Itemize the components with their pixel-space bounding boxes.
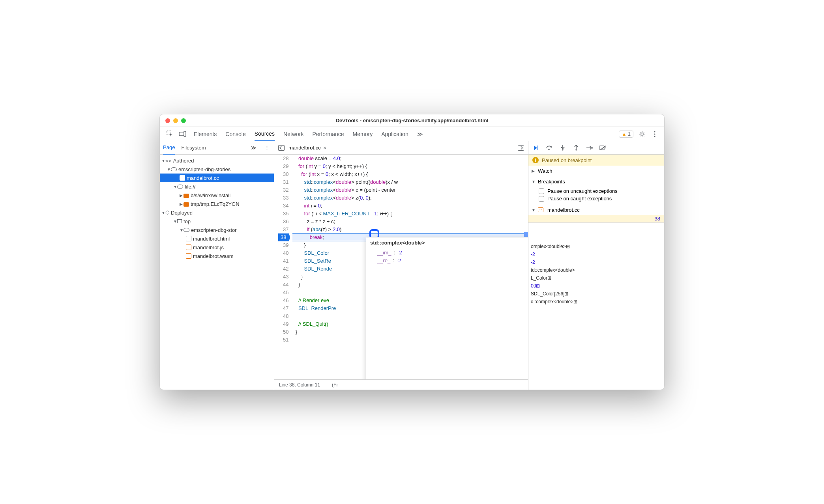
tree-file-wasm[interactable]: mandelbrot.wasm [160,252,274,260]
svg-line-17 [600,146,606,150]
window-title: DevTools - emscripten-dbg-stories.netlif… [160,118,664,123]
svg-point-4 [654,131,655,132]
warning-icon: ▲ [622,131,626,137]
tab-sources[interactable]: Sources [255,127,275,141]
cube-icon: ⬡ [165,210,169,215]
close-window-button[interactable] [165,118,170,123]
step-out-icon[interactable] [573,144,580,151]
nav-kebab-icon[interactable]: ⋮ [263,144,271,152]
breakpoint-line-row[interactable]: 38 [528,215,664,222]
tree-folder-tmp[interactable]: ▶tmp/tmp.ELcTq2YGN [160,200,274,208]
debugger-toolbar [528,141,664,155]
close-tab-icon[interactable]: × [323,145,326,151]
file-icon [180,175,185,181]
editor-tab-file[interactable]: mandelbrot.cc × [288,145,326,151]
svg-point-3 [641,133,643,135]
tree-top-frame[interactable]: ▼top [160,217,274,226]
svg-point-16 [592,147,593,148]
kebab-menu-icon[interactable] [651,130,659,138]
scope-row: -2 [531,258,662,266]
scope-row: L_Color⊞ [531,274,662,282]
titlebar: DevTools - emscripten-dbg-stories.netlif… [160,114,664,127]
tab-elements[interactable]: Elements [194,127,217,141]
nav-tab-filesystem[interactable]: Filesystem [181,142,206,154]
navigator-tree: ▼<>Authored ▼emscripten-dbg-stories mand… [160,155,274,390]
svg-rect-8 [518,145,524,150]
file-icon [186,236,191,241]
nav-tab-page[interactable]: Page [163,141,175,155]
scope-row: omplex<double>⊞ [531,243,662,250]
svg-point-10 [548,149,550,150]
debugger-panel: i Paused on breakpoint ▶Watch ▼Breakpoin… [528,141,664,390]
editor-statusbar: Line 38, Column 11 (Fr [274,379,528,390]
pause-uncaught-checkbox[interactable]: Pause on uncaught exceptions [539,188,660,194]
svg-point-5 [654,133,655,134]
cloud-icon [177,185,183,189]
svg-point-12 [562,149,564,151]
tab-performance[interactable]: Performance [312,127,344,141]
step-icon[interactable] [586,144,593,151]
watch-section-header[interactable]: ▶Watch [528,166,664,176]
inspect-element-icon[interactable] [166,130,174,138]
code-editor[interactable]: 2829303132333435363738394041424344454647… [274,155,528,379]
deactivate-breakpoints-icon[interactable] [599,144,607,151]
step-over-icon[interactable] [546,144,553,151]
main-toolbar: Elements Console Sources Network Perform… [160,127,664,141]
scope-row: SDL_Color[256]⊞ [531,290,662,298]
file-icon [186,245,191,250]
tree-deployed[interactable]: ▼⬡Deployed [160,208,274,217]
device-toolbar-icon[interactable] [179,130,187,138]
file-icon [186,253,191,259]
svg-rect-1 [179,132,184,136]
resume-icon[interactable] [532,144,539,151]
scope-row: d::complex<double>⊞ [531,298,662,306]
cloud-icon [171,167,177,171]
tab-console[interactable]: Console [225,127,245,141]
tab-network[interactable]: Network [283,127,303,141]
value-tooltip: std::complex<double> __im_:-2 __re_:-2 [366,237,528,379]
warnings-badge[interactable]: ▲ 1 [619,131,633,138]
scope-row: 00⊞ [531,282,662,290]
line-gutter[interactable]: 2829303132333435363738394041424344454647… [274,155,292,379]
tab-more[interactable]: ≫ [417,127,423,141]
tree-file-js[interactable]: mandelbrot.js [160,243,274,252]
zoom-window-button[interactable] [181,118,186,123]
step-into-icon[interactable] [559,144,566,151]
tree-authored[interactable]: ▼<>Authored [160,156,274,165]
tab-memory[interactable]: Memory [353,127,373,141]
scope-row: td::complex<double> [531,266,662,274]
svg-point-6 [654,136,655,137]
toggle-debugger-icon[interactable] [517,144,525,152]
paused-banner: i Paused on breakpoint [528,155,664,166]
tree-file-mandelbrot-cc[interactable]: mandelbrot.cc [160,174,274,182]
cursor-position: Line 38, Column 11 [279,382,320,388]
svg-rect-7 [279,145,285,150]
tooltip-row: __im_:-2 [370,249,528,257]
navigator-panel: Page Filesystem ≫ ⋮ ▼<>Authored ▼emscrip… [160,141,274,390]
settings-icon[interactable] [638,130,646,138]
pause-caught-checkbox[interactable]: Pause on caught exceptions [539,196,660,202]
svg-point-14 [575,149,577,151]
frame-icon [177,219,182,223]
breakpoints-section-header[interactable]: ▼Breakpoints [528,176,664,187]
tree-file-html[interactable]: mandelbrot.html [160,234,274,243]
tree-folder-install[interactable]: ▶b/s/w/ir/x/w/install [160,191,274,200]
tree-domain-authored[interactable]: ▼emscripten-dbg-stories [160,165,274,174]
traffic-lights [160,118,186,123]
tree-file-scheme[interactable]: ▼file:// [160,182,274,191]
tooltip-row: __re_:-2 [370,257,528,265]
scope-row: -2 [531,250,662,258]
panel-tabs: Elements Console Sources Network Perform… [191,127,423,141]
tab-application[interactable]: Application [381,127,408,141]
cloud-icon [184,228,189,232]
scope-list: omplex<double>⊞ -2 -2 td::complex<double… [528,223,664,307]
nav-tab-more[interactable]: ≫ [251,145,257,151]
devtools-window: DevTools - emscripten-dbg-stories.netlif… [159,114,665,390]
toggle-navigator-icon[interactable] [277,144,285,152]
breakpoint-file-row[interactable]: ▼‹›mandelbrot.cc [528,205,664,215]
editor-panel: mandelbrot.cc × 282930313233343536373839… [274,141,528,390]
tooltip-header: std::complex<double> [370,239,528,247]
status-extra: (Fr [332,382,338,388]
tree-domain-deployed[interactable]: ▼emscripten-dbg-stor [160,226,274,234]
minimize-window-button[interactable] [173,118,178,123]
